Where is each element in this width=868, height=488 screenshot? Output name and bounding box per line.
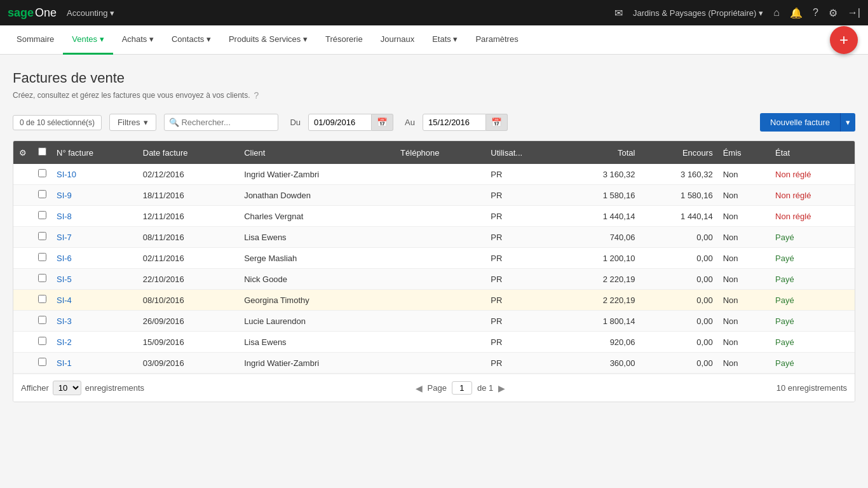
select-all-checkbox[interactable] xyxy=(38,147,46,156)
table-row[interactable]: SI-3 26/09/2016 Lucie Laurendon PR 1 800… xyxy=(13,311,855,332)
nav-sommaire[interactable]: Sommaire xyxy=(8,25,63,55)
date-from-calendar-button[interactable]: 📅 xyxy=(372,114,393,131)
row-client: Georgina Timothy xyxy=(239,290,395,311)
row-etat: Payé xyxy=(770,290,855,311)
search-input[interactable] xyxy=(164,114,278,131)
row-checkbox[interactable] xyxy=(38,169,46,177)
table-row[interactable]: SI-2 15/09/2016 Lisa Ewens PR 920,06 0,0… xyxy=(13,332,855,353)
row-telephone xyxy=(395,185,485,206)
row-client: Lucie Laurendon xyxy=(239,311,395,332)
table-row[interactable]: SI-6 02/11/2016 Serge Masliah PR 1 200,1… xyxy=(13,248,855,269)
row-gear xyxy=(13,353,32,374)
date-to-input[interactable] xyxy=(423,114,486,131)
row-user: PR xyxy=(485,290,562,311)
row-total: 740,06 xyxy=(562,227,640,248)
logout-icon[interactable]: →| xyxy=(848,7,860,18)
row-etat: Payé xyxy=(770,311,855,332)
home-icon[interactable]: ⌂ xyxy=(773,7,780,18)
row-client: Lisa Ewens xyxy=(239,227,395,248)
header-total: Total xyxy=(562,141,640,164)
next-page-button[interactable]: ▶ xyxy=(498,383,505,393)
row-checkbox[interactable] xyxy=(38,295,46,303)
row-emis: Non xyxy=(718,164,770,185)
table-row[interactable]: SI-9 18/11/2016 Jonathan Dowden PR 1 580… xyxy=(13,185,855,206)
filter-dropdown-icon: ▾ xyxy=(144,118,148,127)
table-footer: Afficher 10 25 50 enregistrements ◀ Page… xyxy=(13,374,855,402)
row-etat: Non réglé xyxy=(770,185,855,206)
row-user: PR xyxy=(485,311,562,332)
row-telephone xyxy=(395,248,485,269)
row-date: 12/11/2016 xyxy=(138,206,239,227)
row-date: 03/09/2016 xyxy=(138,353,239,374)
nav-journaux[interactable]: Journaux xyxy=(372,25,423,55)
table-row[interactable]: SI-7 08/11/2016 Lisa Ewens PR 740,06 0,0… xyxy=(13,227,855,248)
nav-etats[interactable]: Etats ▾ xyxy=(423,25,466,55)
bell-icon[interactable]: 🔔 xyxy=(790,7,803,19)
fab-add-button[interactable]: + xyxy=(830,26,858,54)
filtres-button[interactable]: Filtres ▾ xyxy=(109,114,156,131)
nav-ventes[interactable]: Ventes ▾ xyxy=(63,25,112,55)
row-encours: 0,00 xyxy=(640,248,717,269)
row-encours: 0,00 xyxy=(640,332,717,353)
settings-icon[interactable]: ⚙ xyxy=(829,7,837,19)
nav-contacts[interactable]: Contacts ▾ xyxy=(163,25,220,55)
row-client: Ingrid Watier-Zambri xyxy=(239,353,395,374)
nouvelle-facture-dropdown-button[interactable]: ▾ xyxy=(840,113,855,132)
row-checkbox[interactable] xyxy=(38,274,46,282)
row-checkbox-cell xyxy=(32,332,51,353)
search-icon: 🔍 xyxy=(169,118,179,127)
row-date: 08/10/2016 xyxy=(138,290,239,311)
company-selector[interactable]: Jardins & Paysages (Propriétaire) ▾ xyxy=(633,8,763,18)
row-invoice-num: SI-9 xyxy=(51,185,138,206)
nouvelle-facture-button[interactable]: Nouvelle facture xyxy=(760,113,840,132)
row-gear xyxy=(13,269,32,290)
row-checkbox-cell xyxy=(32,290,51,311)
row-user: PR xyxy=(485,269,562,290)
row-etat: Payé xyxy=(770,332,855,353)
row-checkbox[interactable] xyxy=(38,253,46,261)
row-checkbox[interactable] xyxy=(38,190,46,198)
row-invoice-num: SI-10 xyxy=(51,164,138,185)
row-checkbox[interactable] xyxy=(38,337,46,345)
row-total: 1 800,14 xyxy=(562,311,640,332)
table-row[interactable]: SI-4 08/10/2016 Georgina Timothy PR 2 22… xyxy=(13,290,855,311)
row-telephone xyxy=(395,290,485,311)
per-page-select[interactable]: 10 25 50 xyxy=(53,381,81,395)
toolbar: 0 de 10 sélectionné(s) Filtres ▾ 🔍 Du 📅 … xyxy=(13,113,855,132)
table-row[interactable]: SI-1 03/09/2016 Ingrid Watier-Zambri PR … xyxy=(13,353,855,374)
row-date: 18/11/2016 xyxy=(138,185,239,206)
header-encours: Encours xyxy=(640,141,717,164)
row-total: 1 580,16 xyxy=(562,185,640,206)
show-records: Afficher 10 25 50 enregistrements xyxy=(21,381,144,395)
row-checkbox-cell xyxy=(32,269,51,290)
accounting-dropdown[interactable]: Accounting ▾ xyxy=(62,8,119,18)
page-number-input[interactable] xyxy=(452,381,472,395)
subtitle-help-icon[interactable]: ? xyxy=(254,90,259,100)
table-row[interactable]: SI-10 02/12/2016 Ingrid Watier-Zambri PR… xyxy=(13,164,855,185)
prev-page-button[interactable]: ◀ xyxy=(416,383,423,393)
table-row[interactable]: SI-8 12/11/2016 Charles Vergnat PR 1 440… xyxy=(13,206,855,227)
nav-tresorerie[interactable]: Trésorerie xyxy=(316,25,372,55)
email-icon[interactable]: ✉ xyxy=(614,7,623,19)
row-checkbox[interactable] xyxy=(38,358,46,366)
date-from-input[interactable] xyxy=(308,114,372,131)
row-checkbox[interactable] xyxy=(38,232,46,240)
header-user: Utilisat... xyxy=(485,141,562,164)
help-icon[interactable]: ? xyxy=(813,7,818,18)
row-checkbox-cell xyxy=(32,206,51,227)
nav-produits-services[interactable]: Produits & Services ▾ xyxy=(220,25,316,55)
row-etat: Non réglé xyxy=(770,206,855,227)
date-to-calendar-button[interactable]: 📅 xyxy=(486,114,508,131)
row-checkbox-cell xyxy=(32,227,51,248)
date-from-group: 📅 xyxy=(308,114,393,131)
table-row[interactable]: SI-5 22/10/2016 Nick Goode PR 2 220,19 0… xyxy=(13,269,855,290)
nav-achats[interactable]: Achats ▾ xyxy=(113,25,163,55)
row-client: Ingrid Watier-Zambri xyxy=(239,164,395,185)
header-telephone: Téléphone xyxy=(395,141,485,164)
header-client: Client xyxy=(239,141,395,164)
row-invoice-num: SI-7 xyxy=(51,227,138,248)
row-telephone xyxy=(395,206,485,227)
nav-parametres[interactable]: Paramètres xyxy=(466,25,527,55)
row-checkbox[interactable] xyxy=(38,211,46,219)
row-checkbox[interactable] xyxy=(38,316,46,324)
